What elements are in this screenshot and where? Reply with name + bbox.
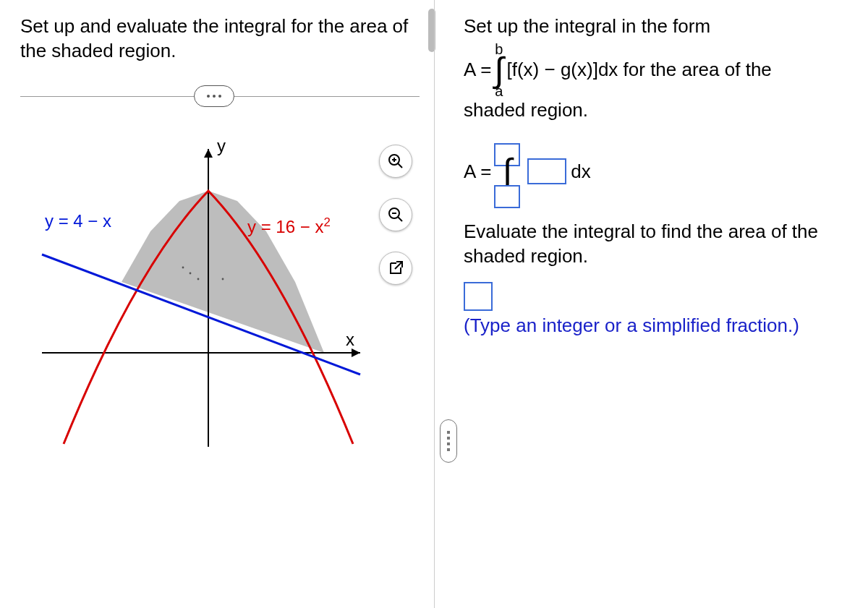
zoom-in-button[interactable] <box>379 145 412 178</box>
lower-limit-input[interactable] <box>494 185 520 208</box>
intro-text: Set up the integral in the form <box>464 14 848 39</box>
answer-pane: Set up the integral in the form A = b ∫ … <box>434 0 868 608</box>
svg-point-7 <box>222 278 224 280</box>
answer-hint: (Type an integer or a simplified fractio… <box>464 314 848 338</box>
zoom-in-icon <box>387 153 404 170</box>
question-pane: Set up and evaluate the integral for the… <box>0 0 434 608</box>
divider <box>20 85 420 107</box>
svg-line-9 <box>398 163 402 168</box>
open-external-icon <box>387 260 404 277</box>
y-axis-label: y <box>217 136 226 156</box>
formula-display: A = b ∫ a [f(x) − g(x)]dx for the area o… <box>464 42 848 98</box>
zoom-out-button[interactable] <box>379 198 412 231</box>
zoom-out-icon <box>387 206 404 223</box>
svg-point-6 <box>197 278 200 280</box>
parabola-equation-label: y = 16 − x2 <box>247 215 331 237</box>
integral-sign-icon: ∫ <box>494 56 503 84</box>
evaluate-text: Evaluate the integral to find the area o… <box>464 220 848 269</box>
more-button[interactable] <box>194 85 234 107</box>
svg-point-5 <box>190 272 192 274</box>
graph: y x y = 4 − x y = 16 − x2 <box>20 136 367 454</box>
open-external-button[interactable] <box>379 252 412 285</box>
svg-point-4 <box>182 266 184 268</box>
svg-marker-3 <box>204 149 213 158</box>
formula-tail: shaded region. <box>464 98 848 123</box>
area-answer-input[interactable] <box>464 282 493 311</box>
svg-line-13 <box>398 217 402 221</box>
graph-tools <box>379 145 412 285</box>
integrand-input[interactable] <box>527 158 566 184</box>
answer-integral-row: A = ∫ dx <box>464 143 848 200</box>
integral-sign-icon: ∫ <box>503 158 512 185</box>
x-axis-label: x <box>346 330 354 350</box>
question-text: Set up and evaluate the integral for the… <box>20 14 420 64</box>
line-equation-label: y = 4 − x <box>45 211 111 231</box>
